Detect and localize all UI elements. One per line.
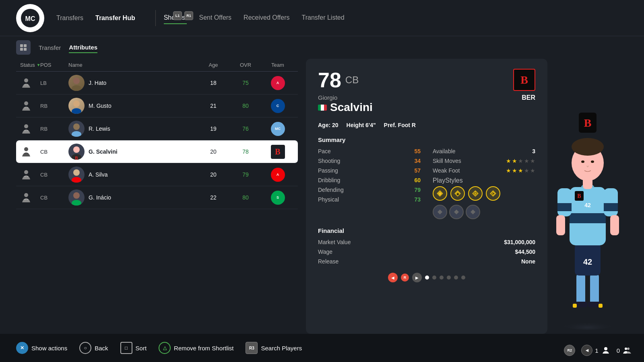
player-row[interactable]: CB G. Inácio 22 80 S — [16, 186, 298, 209]
player-name: M. Gusto — [89, 103, 111, 109]
weak-foot-stars: ★ ★ ★ ★ ★ — [506, 167, 535, 174]
playstyle-icon-7 — [466, 205, 480, 219]
svg-point-27 — [24, 170, 28, 174]
svg-point-14 — [73, 101, 80, 107]
playstyle-icon-3: 🛡 — [468, 186, 483, 201]
remove-action[interactable]: △ Remove from Shortlist — [159, 342, 233, 354]
tab-transfer[interactable]: Transfer — [39, 43, 61, 53]
age-val: 20 — [197, 148, 229, 155]
player-name: A. Silva — [89, 171, 107, 178]
show-actions-action[interactable]: ✕ Show actions — [16, 342, 67, 354]
pos-label: LB — [40, 80, 68, 86]
back-action[interactable]: ○ Back — [79, 342, 108, 354]
svg-text:◈: ◈ — [456, 192, 459, 196]
prev-button: ◀ — [581, 345, 592, 356]
player-avatar — [68, 121, 85, 137]
dot-5[interactable] — [454, 276, 458, 280]
team-badge-container: MC — [262, 122, 294, 136]
svg-text:B: B — [75, 156, 78, 160]
player-first-name: Giorgio — [318, 94, 514, 101]
stat-defending: Defending 79 — [318, 187, 421, 193]
subnav-transfer-listed[interactable]: Transfer Listed — [302, 12, 345, 24]
r2-hint: R2 — [564, 345, 575, 356]
svg-rect-17 — [24, 130, 26, 131]
ovr-val: 75 — [229, 80, 262, 86]
bottom-right-hints: R2 ◀ 1 0 — [564, 345, 632, 356]
player-list: Status ▼ POS Name Age OVR Team LB — [16, 59, 298, 334]
player-avatar — [68, 75, 85, 91]
ovr-val: 76 — [229, 125, 262, 132]
svg-rect-7 — [24, 84, 26, 85]
search-action[interactable]: R3 Search Players — [246, 342, 302, 354]
playstyle-icon-1: ⚡ — [433, 186, 447, 201]
player-name: J. Hato — [89, 80, 106, 86]
club-name-area: BER — [522, 94, 535, 101]
player-row[interactable]: CB A. Silva 20 79 A — [16, 163, 298, 186]
team-badge-container: C — [262, 99, 294, 113]
dot-next[interactable]: ▶ — [412, 273, 422, 282]
player-row[interactable]: RB R. Lewis 19 76 MC — [16, 117, 298, 140]
col-status: Status ▼ — [20, 62, 40, 68]
svg-text:42: 42 — [583, 257, 592, 266]
status-icon — [20, 76, 32, 90]
tab-section: Transfer Attributes — [0, 36, 644, 59]
l1-hint: L1 — [173, 11, 182, 20]
dot-6[interactable] — [461, 276, 465, 280]
subnav-received-offers[interactable]: Received Offers — [244, 12, 289, 24]
subnav-sent-offers[interactable]: Sent Offers — [199, 12, 231, 24]
svg-rect-2 — [20, 44, 23, 47]
ovr-val: 80 — [229, 103, 262, 109]
dot-4[interactable] — [447, 276, 451, 280]
player-row[interactable]: LB J. Hato 18 75 A — [16, 72, 298, 95]
svg-point-24 — [73, 146, 80, 153]
svg-point-31 — [72, 177, 81, 183]
col-ovr: OVR — [229, 62, 262, 68]
main-nav: Transfers Transfer Hub — [56, 12, 135, 24]
svg-rect-23 — [27, 153, 28, 154]
pos-label: CB — [40, 149, 68, 155]
svg-rect-28 — [24, 176, 26, 177]
detail-stats: Pace 55 Shooting 34 Passing 57 Dribbling… — [318, 148, 535, 219]
player-name: R. Lewis — [89, 125, 110, 132]
nav-transfer-hub[interactable]: Transfer Hub — [95, 12, 135, 24]
svg-marker-47 — [471, 210, 475, 214]
person-icon — [601, 346, 611, 355]
player-avatar — [68, 98, 85, 114]
pos-label: CB — [40, 172, 68, 178]
svg-point-36 — [72, 200, 81, 206]
age-val: 21 — [197, 103, 229, 109]
team-badge-container: A — [262, 76, 294, 90]
prev-hint: ◀ 1 — [581, 345, 610, 356]
controller-hints-top: L1 R1 — [173, 11, 193, 20]
player-model: 42 42 B — [547, 59, 628, 334]
stat-pace: Pace 55 — [318, 148, 421, 154]
svg-point-48 — [559, 318, 616, 330]
sort-action[interactable]: □ Sort — [120, 342, 147, 354]
dot-prev[interactable]: ◀ — [388, 273, 398, 282]
svg-rect-4 — [20, 48, 23, 51]
tab-attributes[interactable]: Attributes — [69, 42, 97, 53]
age-val: 18 — [197, 80, 229, 86]
dot-2[interactable] — [432, 276, 436, 280]
age-val: 22 — [197, 194, 229, 201]
right-panel: 78 CB B Giorgio Scalvini — [306, 59, 628, 334]
count2-hint: 0 — [617, 346, 632, 355]
team-badge: C — [271, 99, 285, 113]
detail-position: CB — [345, 74, 359, 86]
player-avatar — [68, 167, 85, 183]
pos-label: CB — [40, 195, 68, 201]
svg-text:42: 42 — [584, 202, 591, 208]
player-row-selected[interactable]: CB B G. Scalvini 20 78 B — [16, 140, 298, 163]
square-button: □ — [120, 342, 132, 354]
stats-right: Available 3 Skill Moves ★ ★ ★ ★ ★ — [433, 148, 535, 219]
playstyles-section: PlayStyles ⚡ — [433, 177, 535, 219]
svg-point-9 — [73, 78, 80, 84]
dot-3[interactable] — [440, 276, 444, 280]
release-row: Release None — [318, 258, 535, 265]
dot-1[interactable] — [425, 276, 429, 280]
player-info: M. Gusto — [68, 98, 197, 114]
skill-moves-stars: ★ ★ ★ ★ ★ — [506, 158, 535, 164]
player-row[interactable]: RB M. Gusto 21 80 C — [16, 95, 298, 117]
svg-rect-22 — [24, 153, 26, 154]
nav-transfers[interactable]: Transfers — [56, 12, 83, 24]
